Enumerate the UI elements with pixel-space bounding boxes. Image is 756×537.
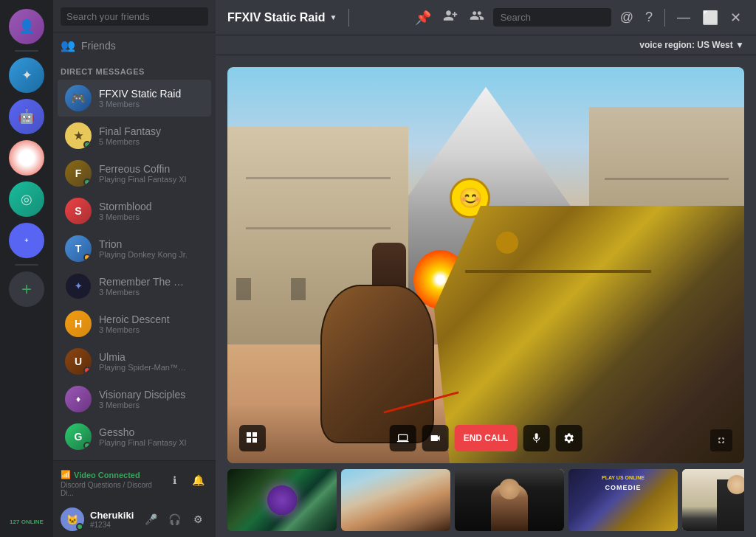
voice-region-arrow[interactable]: ▼: [735, 40, 744, 50]
pin-icon[interactable]: 📌: [412, 7, 434, 29]
close-icon[interactable]: ✕: [727, 7, 744, 29]
thumbnail-1[interactable]: [227, 469, 337, 531]
dm-search-bar: [53, 0, 216, 32]
dm-item-sub-trion: Playing Donkey Kong Jr.: [99, 250, 188, 259]
building-detail: [246, 177, 391, 179]
video-connected-status: 📶 Video Connected: [61, 470, 164, 479]
top-bar: FFXIV Static Raid ▼ 📌 @ ? — ⬜ ✕: [216, 0, 756, 35]
online-count: 127 ONLINE: [10, 519, 44, 525]
thumbnail-3[interactable]: [455, 469, 564, 531]
camera-button[interactable]: [422, 425, 449, 451]
svg-rect-0: [247, 432, 251, 437]
mention-icon[interactable]: @: [617, 7, 636, 28]
dm-item-gessho[interactable]: G Gessho Playing Final Fantasy XI ✕: [58, 418, 211, 455]
server-icon-ow[interactable]: ◎: [9, 181, 44, 217]
dm-section-label: DIRECT MESSAGES: [53, 58, 216, 79]
screen-share-button[interactable]: [390, 425, 416, 451]
add-server-button[interactable]: +: [9, 271, 44, 307]
video-status-area: 📶 Video Connected Discord Questions / Di…: [61, 467, 208, 502]
thumbnail-5[interactable]: [682, 469, 744, 531]
add-server-icon: +: [21, 279, 32, 299]
dm-item-name-trion: Trion: [99, 238, 188, 250]
thumb4-subtext: COMEDIE: [571, 484, 675, 491]
minimize-icon[interactable]: —: [674, 7, 693, 28]
dm-item-visionary[interactable]: ♦ Visionary Disciples 3 Members ✕: [58, 381, 211, 418]
dm-item-remember[interactable]: ✦ Remember The Name 3 Members ✕: [58, 268, 211, 305]
dm-item-name-gessho: Gessho: [99, 426, 188, 438]
call-control-bar: END CALL: [390, 425, 583, 451]
dm-item-info-ffxiv: FFXIV Static Raid 3 Members: [99, 88, 188, 108]
end-call-button[interactable]: END CALL: [455, 425, 518, 451]
search-bar-input[interactable]: [493, 8, 611, 27]
thumbnail-strip: PLAY US ONLINE COMEDIE: [227, 463, 744, 537]
dm-item-storm[interactable]: S Stormblood 3 Members ✕: [58, 193, 211, 229]
game-scene: 😊: [227, 67, 744, 463]
notification-icon[interactable]: 🔔: [188, 470, 208, 491]
dm-item-sub-ferrous: Playing Final Fantasy XI: [99, 175, 188, 184]
channel-dropdown-arrow[interactable]: ▼: [329, 13, 337, 21]
voice-settings-icon[interactable]: ℹ: [164, 470, 185, 491]
user-avatar-icon[interactable]: 👤: [9, 9, 44, 44]
user-settings-button[interactable]: ⚙: [188, 509, 208, 530]
maximize-icon[interactable]: ⬜: [699, 7, 721, 29]
dm-item-sub-heroic: 3 Members: [99, 325, 188, 334]
server-sidebar: 👤 ✦ 🤖 ◎ + + 127 ONLINE: [0, 0, 53, 537]
dm-item-sub-ff: 5 Members: [99, 137, 188, 146]
mic-button[interactable]: [523, 425, 549, 451]
dm-item-ulmia[interactable]: U Ulmia Playing Spider-Man™: Shattered D…: [58, 343, 211, 380]
dm-avatar-ffxiv-icon: 🎮: [71, 91, 86, 105]
dm-item-sub-remember: 3 Members: [99, 288, 188, 297]
add-friend-icon[interactable]: [440, 5, 461, 30]
dm-avatar-ffxiv: 🎮: [65, 85, 92, 111]
gun-scope: [496, 232, 518, 254]
dm-item-finalfantasy[interactable]: ★ Final Fantasy 5 Members ✕: [58, 117, 211, 154]
friends-item[interactable]: 👥 Friends: [53, 32, 216, 58]
thumbnail-4[interactable]: PLAY US ONLINE COMEDIE: [568, 469, 678, 531]
top-bar-divider: [348, 9, 349, 27]
server-icon-ff[interactable]: ✦: [9, 58, 44, 93]
dm-avatar-gessho: G: [65, 423, 92, 450]
dm-item-ffxiv[interactable]: 🎮 FFXIV Static Raid 3 Members ✕: [58, 80, 211, 117]
mute-button[interactable]: 🎤: [140, 509, 161, 530]
main-content: FFXIV Static Raid ▼ 📌 @ ? — ⬜ ✕ voice re…: [216, 0, 756, 537]
server-icon-chris[interactable]: +: [9, 223, 44, 258]
members-icon[interactable]: [467, 5, 487, 30]
dm-avatar-visionary: ♦: [65, 386, 92, 412]
building-detail-2: [246, 227, 391, 229]
search-input[interactable]: [61, 7, 208, 26]
dm-item-trion[interactable]: T Trion Playing Donkey Kong Jr. ✕: [58, 230, 211, 267]
dm-item-info-ff: Final Fantasy 5 Members: [99, 125, 188, 146]
status-dot-trion: [83, 254, 91, 261]
dm-list: 🎮 FFXIV Static Raid 3 Members ✕ ★ Final …: [53, 79, 216, 460]
dm-item-sub-visionary: 3 Members: [99, 401, 188, 409]
server-chris-label: +: [24, 237, 28, 244]
thumb4-text: PLAY US ONLINE: [571, 475, 675, 480]
dm-item-name-storm: Stormblood: [99, 201, 188, 212]
dm-avatar-ff: ★: [65, 122, 92, 149]
dm-avatar-ferrous: F: [65, 160, 92, 187]
dm-item-info-remember: Remember The Name 3 Members: [99, 276, 188, 297]
status-dot-ulmia: [83, 367, 91, 374]
status-dot-user: [76, 523, 83, 530]
call-settings-button[interactable]: [555, 425, 582, 451]
server-icon-red[interactable]: [9, 140, 44, 176]
dm-item-name-ulmia: Ulmia: [99, 351, 188, 363]
grid-view-button[interactable]: [239, 425, 266, 451]
thumbnail-2[interactable]: [341, 469, 450, 531]
help-icon[interactable]: ?: [642, 7, 656, 28]
video-area: 😊: [216, 55, 756, 537]
dm-avatar-storm: S: [65, 198, 92, 224]
deafen-button[interactable]: 🎧: [164, 509, 185, 530]
server-icon-bot[interactable]: 🤖: [9, 99, 44, 134]
dm-item-name-ffxiv: FFXIV Static Raid: [99, 88, 188, 100]
dm-item-heroic[interactable]: H Heroic Descent 3 Members ✕: [58, 305, 211, 342]
hand-foreground: [320, 285, 434, 443]
dm-item-ferrous[interactable]: F Ferreous Coffin Playing Final Fantasy …: [58, 155, 211, 192]
status-dot-ff: [83, 141, 91, 148]
dm-avatar-remember: ✦: [65, 273, 92, 299]
dm-item-name-visionary: Visionary Disciples: [99, 389, 188, 401]
fullscreen-button[interactable]: [710, 429, 732, 451]
current-user-info: Cherukiki #1234: [90, 510, 134, 529]
server-ff-symbol: ✦: [21, 67, 32, 83]
svg-rect-1: [252, 432, 257, 437]
